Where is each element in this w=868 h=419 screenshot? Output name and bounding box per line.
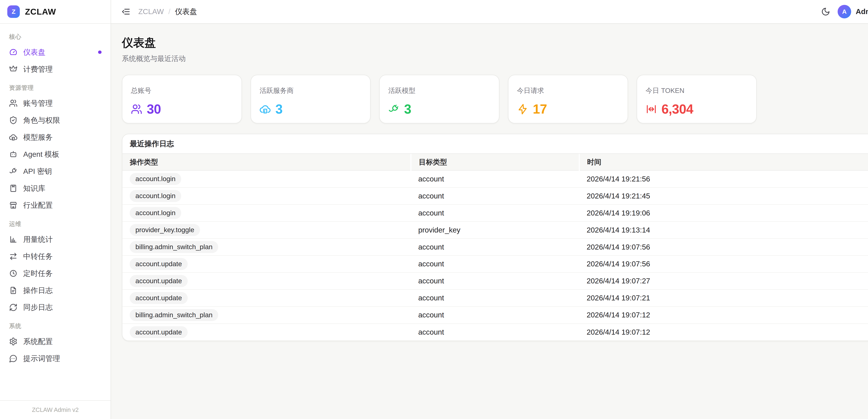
stat-label: 活跃模型	[388, 86, 490, 95]
table-row: billing.admin_switch_planaccount2026/4/1…	[122, 239, 868, 256]
sidebar-item-label: API 密钥	[23, 166, 52, 176]
sidebar-item-usage-stats[interactable]: 用量统计	[5, 231, 105, 248]
clock-icon	[9, 269, 18, 278]
action-type-badge: account.update	[130, 292, 187, 304]
bot-icon	[9, 150, 18, 158]
sidebar-item-scheduled-tasks[interactable]: 定时任务	[5, 265, 105, 282]
cell-time: 2026/4/14 19:07:56	[579, 256, 868, 273]
stat-card-active-models: 活跃模型3	[379, 75, 499, 123]
brand-name: ZCLAW	[25, 7, 56, 17]
sidebar: Z ZCLAW 核心仪表盘计费管理资源管理账号管理角色与权限模型服务Agent …	[0, 0, 111, 419]
gear-icon	[9, 337, 18, 346]
stat-value: 17	[533, 101, 547, 117]
sidebar-item-system-config[interactable]: 系统配置	[5, 333, 105, 350]
sidebar-item-industry-config[interactable]: 行业配置	[5, 197, 105, 214]
table-row: provider_key.toggleprovider_key2026/4/14…	[122, 221, 868, 239]
stat-cards-row: 总账号30活跃服务商3活跃模型3今日请求17今日 TOKEN6,304	[122, 75, 868, 123]
cell-action-type: account.update	[122, 272, 411, 290]
book-icon	[9, 184, 18, 192]
sidebar-item-api-keys[interactable]: API 密钥	[5, 163, 105, 180]
table-row: billing.admin_switch_planaccount2026/4/1…	[122, 306, 868, 324]
stat-label: 总账号	[131, 86, 233, 95]
sidebar-item-label: 系统配置	[23, 336, 53, 347]
cell-time: 2026/4/14 19:19:06	[579, 205, 868, 221]
sidebar-section-label: 核心	[5, 27, 105, 43]
stat-card-active-providers: 活跃服务商3	[250, 75, 371, 123]
recent-logs-card: 最近操作日志 操作类型目标类型时间 account.loginaccount20…	[122, 134, 868, 341]
sidebar-item-dashboard[interactable]: 仪表盘	[5, 44, 105, 61]
cell-time: 2026/4/14 19:07:12	[579, 324, 868, 340]
cell-target-type: account	[411, 239, 579, 256]
sidebar-item-label: 中转任务	[23, 251, 53, 262]
app-window: Z ZCLAW 核心仪表盘计费管理资源管理账号管理角色与权限模型服务Agent …	[0, 0, 868, 419]
cell-action-type: billing.admin_switch_plan	[122, 306, 411, 324]
stat-label: 今日请求	[517, 86, 619, 95]
action-type-badge: billing.admin_switch_plan	[130, 309, 218, 321]
cell-time: 2026/4/14 19:21:56	[579, 171, 868, 187]
stat-value: 3	[276, 101, 283, 117]
cell-time: 2026/4/14 19:07:12	[579, 306, 868, 324]
plug-icon	[9, 167, 18, 176]
cell-action-type: account.login	[122, 171, 411, 187]
action-type-badge: account.update	[130, 275, 187, 287]
sidebar-item-accounts[interactable]: 账号管理	[5, 95, 105, 112]
cell-time: 2026/4/14 19:21:45	[579, 187, 868, 205]
action-type-badge: account.update	[130, 326, 187, 338]
stat-label: 活跃服务商	[259, 86, 362, 95]
users-icon	[9, 99, 18, 108]
breadcrumb: ZCLAW / 仪表盘	[138, 7, 197, 17]
sidebar-item-label: 操作日志	[23, 286, 53, 296]
topbar-right: A Admin	[821, 5, 868, 19]
cell-action-type: account.login	[122, 187, 411, 205]
sidebar-item-operation-logs[interactable]: 操作日志	[5, 282, 105, 299]
cell-target-type: account	[411, 171, 579, 187]
sidebar-item-sync-logs[interactable]: 同步日志	[5, 299, 105, 316]
cell-target-type: account	[411, 290, 579, 306]
sidebar-item-agent-templates[interactable]: Agent 模板	[5, 146, 105, 163]
sidebar-item-label: 知识库	[23, 183, 45, 193]
sidebar-item-knowledge-base[interactable]: 知识库	[5, 180, 105, 197]
user-menu[interactable]: A Admin	[838, 5, 868, 19]
active-indicator-dot	[98, 51, 101, 54]
cell-target-type: account	[411, 256, 579, 273]
dark-mode-toggle-moon-icon[interactable]	[821, 7, 830, 16]
cell-time: 2026/4/14 19:07:56	[579, 239, 868, 256]
sidebar-item-relay-tasks[interactable]: 中转任务	[5, 248, 105, 265]
sidebar-item-model-services[interactable]: 模型服务	[5, 129, 105, 146]
sidebar-item-label: Agent 模板	[23, 149, 59, 159]
file-text-icon	[9, 286, 18, 295]
sidebar-item-billing[interactable]: 计费管理	[5, 61, 105, 78]
sidebar-section-label: 系统	[5, 316, 105, 333]
breadcrumb-root-link[interactable]: ZCLAW	[138, 7, 164, 16]
app-logo: Z	[7, 5, 20, 18]
sidebar-item-label: 角色与权限	[23, 115, 60, 125]
sidebar-item-roles-permissions[interactable]: 角色与权限	[5, 112, 105, 129]
sidebar-item-label: 行业配置	[23, 200, 53, 210]
user-name: Admin	[856, 7, 868, 16]
cell-target-type: account	[411, 187, 579, 205]
sidebar-item-label: 用量统计	[23, 234, 53, 244]
cell-target-type: account	[411, 205, 579, 221]
action-type-badge: account.login	[130, 207, 181, 219]
shield-check-icon	[9, 116, 18, 124]
gauge-icon	[9, 48, 18, 56]
page-subtitle: 系统概览与最近活动	[122, 54, 868, 63]
cell-action-type: account.login	[122, 205, 411, 221]
action-type-badge: account.login	[130, 190, 181, 202]
page-content: 仪表盘 系统概览与最近活动 总账号30活跃服务商3活跃模型3今日请求17今日 T…	[111, 24, 868, 419]
table-column-header: 时间	[579, 154, 868, 171]
message-dots-icon	[9, 354, 18, 363]
sidebar-item-label: 提示词管理	[23, 354, 60, 364]
stat-value: 6,304	[661, 101, 693, 117]
cell-time: 2026/4/14 19:07:21	[579, 290, 868, 306]
refresh-icon	[9, 303, 18, 312]
sidebar-item-label: 定时任务	[23, 268, 53, 278]
action-type-badge: provider_key.toggle	[130, 224, 200, 236]
cell-action-type: account.update	[122, 256, 411, 273]
sidebar-item-prompt-management[interactable]: 提示词管理	[5, 350, 105, 367]
sidebar-item-label: 计费管理	[23, 64, 53, 74]
collapse-sidebar-icon[interactable]	[121, 7, 130, 16]
sidebar-item-label: 同步日志	[23, 302, 53, 312]
cell-target-type: provider_key	[411, 221, 579, 239]
stat-card-total-accounts: 总账号30	[122, 75, 242, 123]
